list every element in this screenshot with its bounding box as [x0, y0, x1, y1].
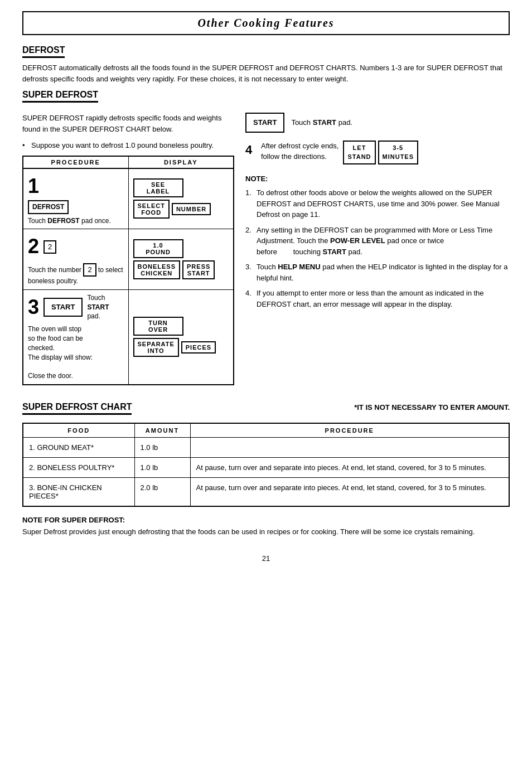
step-4-before: After defrost cycle ends,	[261, 142, 338, 150]
procedure-col-header: PROCEDURE	[23, 157, 129, 168]
notes-section: NOTE: To defrost other foods above or be…	[245, 173, 510, 310]
display-col-header: DISPLAY	[129, 157, 234, 168]
step-2-display: 1.0POUND BONELESSCHICKEN PRESSSTART	[129, 229, 234, 289]
table-header: PROCEDURE DISPLAY	[23, 157, 233, 169]
right-start-btn: START	[245, 113, 284, 133]
chart-table-header-row: FOOD AMOUNT PROCEDURE	[23, 423, 509, 438]
note-3: Touch HELP MENU pad when the HELP indica…	[245, 262, 510, 283]
display-separate-row: SEPARATEINTO PIECES	[133, 338, 229, 357]
note-1: To defrost other foods above or below th…	[245, 187, 510, 220]
chart-row-1: 1. GROUND MEAT* 1.0 lb	[23, 438, 509, 458]
defrost-right-col: START Touch START pad. 4 After defrost c…	[245, 113, 510, 385]
step-3-row: 3 START Touch START pad. The oven will s…	[23, 290, 233, 384]
super-defrost-section: SUPER DEFROST SUPER DEFROST rapidly defr…	[22, 90, 510, 385]
num-box-2: 2	[83, 263, 96, 277]
display-boneless-chicken: BONELESSCHICKEN	[133, 260, 181, 279]
step-3-left: 3 START Touch START pad. The oven will s…	[23, 290, 129, 384]
display-pieces: PIECES	[181, 341, 216, 354]
chart-row-3-amount: 2.0 lb	[134, 478, 190, 507]
note-list: To defrost other foods above or below th…	[245, 187, 510, 309]
note-4: If you attempt to enter more or less tha…	[245, 288, 510, 309]
chart-row-3-procedure: At pause, turn over and separate into pi…	[190, 478, 509, 507]
display-number: NUMBER	[172, 203, 211, 215]
step-4-content: After defrost cycle ends, follow the dir…	[261, 141, 338, 162]
col-food-header: FOOD	[23, 423, 134, 438]
chart-row-2-procedure: At pause, turn over and separate into pi…	[190, 458, 509, 478]
display-press-start: PRESSSTART	[182, 260, 215, 279]
procedure-table: PROCEDURE DISPLAY 1 DEFROST Touch DEFROS…	[22, 156, 234, 386]
step-1-number: 1	[28, 172, 124, 200]
bullet-text: Suppose you want to defrost 1.0 pound bo…	[31, 141, 214, 149]
chart-note-right: *IT IS NOT NECESSARY TO ENTER AMOUNT.	[354, 403, 510, 412]
page-title: Other Cooking Features	[197, 17, 334, 29]
step-1-sub: Touch DEFROST pad once.	[28, 216, 124, 226]
col-procedure-header: PROCEDURE	[190, 423, 509, 438]
display-select-food: SELECTFOOD	[133, 200, 170, 219]
super-defrost-note: NOTE FOR SUPER DEFROST: Super Defrost pr…	[22, 516, 510, 538]
step-2-sub: Touch the number 2 to select boneless po…	[28, 263, 124, 286]
step-2-numbox: 2	[43, 240, 56, 254]
step-2-row: 2 2 Touch the number 2 to select boneles…	[23, 229, 233, 289]
defrost-btn-label: DEFROST	[28, 200, 69, 214]
step-2-header: 2 2	[28, 233, 124, 260]
chart-heading: SUPER DEFROST CHART	[22, 402, 132, 415]
chart-row-2: 2. BONELESS POULTRY* 1.0 lb At pause, tu…	[23, 458, 509, 478]
chart-header-row: SUPER DEFROST CHART *IT IS NOT NECESSARY…	[22, 402, 510, 419]
super-defrost-heading: SUPER DEFROST	[22, 90, 98, 103]
right-start-row: START Touch START pad.	[245, 113, 510, 133]
chart-row-1-procedure	[190, 438, 509, 458]
start-btn-display: START	[43, 298, 83, 317]
display-select-row: SELECTFOOD NUMBER	[133, 200, 229, 219]
step-4-number: 4	[245, 141, 257, 159]
chart-section: SUPER DEFROST CHART *IT IS NOT NECESSARY…	[22, 402, 510, 507]
step-3-start-text: Touch START pad.	[87, 293, 123, 321]
defrost-left-col: SUPER DEFROST rapidly defrosts specific …	[22, 113, 234, 385]
step-1-main: DEFROST	[28, 200, 124, 216]
step-4-text: After defrost cycle ends, follow the dir…	[261, 141, 338, 162]
display-1lb: 1.0POUND	[133, 239, 183, 258]
step-3-header: 3 START Touch START pad.	[28, 293, 124, 321]
display-see-label: SEELABEL	[133, 178, 183, 197]
step-3-close: Close the door.	[28, 371, 124, 381]
chart-row-2-amount: 1.0 lb	[134, 458, 190, 478]
display-turn-over: TURNOVER	[133, 317, 183, 336]
step-4-row: 4 After defrost cycle ends, follow the d…	[245, 141, 510, 164]
page-number: 21	[22, 554, 510, 563]
step-4-display: LETSTAND 3-5MINUTES	[343, 141, 418, 164]
super-defrost-note-heading: NOTE FOR SUPER DEFROST:	[22, 516, 510, 524]
defrost-intro: DEFROST automatically defrosts all the f…	[22, 62, 510, 84]
display-minutes: 3-5MINUTES	[378, 141, 419, 164]
bullet-item: Suppose you want to defrost 1.0 pound bo…	[22, 140, 234, 151]
step-1-display: SEELABEL SELECTFOOD NUMBER	[129, 169, 234, 229]
step-3-desc: The oven will stop so the food can be ch…	[28, 325, 124, 362]
display-separate-into: SEPARATEINTO	[133, 338, 179, 357]
step-3-number: 3	[28, 293, 39, 321]
step-2-left: 2 2 Touch the number 2 to select boneles…	[23, 229, 129, 289]
chart-row-1-food: 1. GROUND MEAT*	[23, 438, 134, 458]
step-1-row: 1 DEFROST Touch DEFROST pad once. SEELAB…	[23, 169, 233, 230]
super-defrost-note-text: Super Defrost provides just enough defro…	[22, 526, 510, 538]
super-defrost-description: SUPER DEFROST rapidly defrosts specific …	[22, 113, 234, 134]
chart-table: FOOD AMOUNT PROCEDURE 1. GROUND MEAT* 1.…	[22, 423, 510, 507]
note-2: Any setting in the DEFROST can be progra…	[245, 225, 510, 258]
chart-row-3: 3. BONE-IN CHICKENPIECES* 2.0 lb At paus…	[23, 478, 509, 507]
step-1-left: 1 DEFROST Touch DEFROST pad once.	[23, 169, 129, 229]
defrost-heading: DEFROST	[22, 45, 65, 58]
defrost-section: DEFROST DEFROST automatically defrosts a…	[22, 45, 510, 84]
chart-row-2-food: 2. BONELESS POULTRY*	[23, 458, 134, 478]
chart-row-3-food: 3. BONE-IN CHICKENPIECES*	[23, 478, 134, 507]
page-header: Other Cooking Features	[22, 11, 510, 35]
note-heading: NOTE:	[245, 173, 510, 185]
display-let-stand: LETSTAND	[343, 141, 375, 164]
display-chicken-row: BONELESSCHICKEN PRESSSTART	[133, 260, 229, 279]
right-start-text: Touch START pad.	[291, 117, 352, 128]
col-amount-header: AMOUNT	[134, 423, 190, 438]
step-4-after: follow the directions.	[261, 152, 327, 161]
step-3-display: TURNOVER SEPARATEINTO PIECES	[129, 290, 234, 384]
chart-row-1-amount: 1.0 lb	[134, 438, 190, 458]
step-2-number: 2	[28, 233, 39, 260]
